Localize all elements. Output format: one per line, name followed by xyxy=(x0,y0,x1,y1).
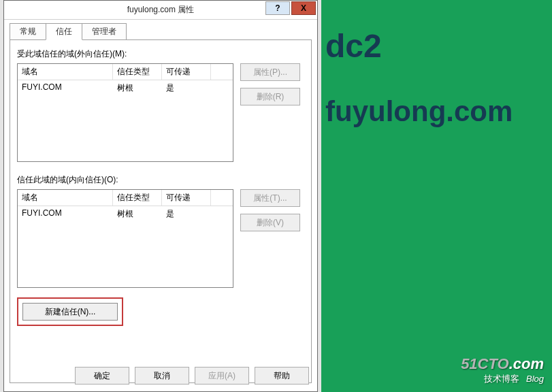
dialog-content: 常规 信任 管理者 受此域信任的域(外向信任)(M): 域名 信任类型 可传递 … xyxy=(4,20,317,391)
cell-domain-name: FUYI.COM xyxy=(18,80,113,96)
incoming-properties-button[interactable]: 属性(T)... xyxy=(240,189,300,207)
col-trust-type[interactable]: 信任类型 xyxy=(113,64,162,80)
tab-strip: 常规 信任 管理者 xyxy=(10,24,312,39)
col-trust-type[interactable]: 信任类型 xyxy=(113,190,162,206)
close-button[interactable]: X xyxy=(291,1,316,15)
list-row[interactable]: FUYI.COM 树根 是 xyxy=(18,206,233,222)
outgoing-properties-button[interactable]: 属性(P)... xyxy=(240,63,300,81)
watermark: 51CTO.com 技术博客 Blog xyxy=(461,355,544,385)
outgoing-trusts-list[interactable]: 域名 信任类型 可传递 FUYI.COM 树根 是 xyxy=(17,63,233,162)
watermark-sub: 技术博客 xyxy=(484,374,519,384)
watermark-blog: Blog xyxy=(526,374,544,384)
cell-domain-name: FUYI.COM xyxy=(18,206,113,222)
tab-panel-trust: 受此域信任的域(外向信任)(M): 域名 信任类型 可传递 FUYI.COM 树… xyxy=(10,39,312,383)
col-domain-name[interactable]: 域名 xyxy=(18,190,113,206)
tab-general[interactable]: 常规 xyxy=(10,23,46,40)
cancel-button[interactable]: 取消 xyxy=(135,367,189,385)
help-button[interactable]: ? xyxy=(265,1,290,15)
col-domain-name[interactable]: 域名 xyxy=(18,64,113,80)
ok-button[interactable]: 确定 xyxy=(75,367,129,385)
outgoing-remove-button[interactable]: 删除(R) xyxy=(240,88,300,105)
cell-trust-type: 树根 xyxy=(113,80,162,96)
titlebar: fuyulong.com 属性 ? X xyxy=(4,1,317,20)
desktop-hostname: dc2 xyxy=(325,27,382,65)
tab-managed[interactable]: 管理者 xyxy=(82,23,127,40)
domain-properties-dialog: fuyulong.com 属性 ? X 常规 信任 管理者 受此域信任的域(外向… xyxy=(3,0,318,392)
new-trust-button[interactable]: 新建信任(N)... xyxy=(22,303,118,321)
list-header: 域名 信任类型 可传递 xyxy=(18,190,233,206)
incoming-remove-button[interactable]: 删除(V) xyxy=(240,214,300,231)
cell-trust-type: 树根 xyxy=(113,206,162,222)
col-transitive[interactable]: 可传递 xyxy=(162,190,211,206)
cell-transitive: 是 xyxy=(162,206,211,222)
list-row[interactable]: FUYI.COM 树根 是 xyxy=(18,80,233,96)
desktop-domain: fuyulong.com xyxy=(325,95,513,128)
incoming-trusts-list[interactable]: 域名 信任类型 可传递 FUYI.COM 树根 是 xyxy=(17,189,233,288)
col-transitive[interactable]: 可传递 xyxy=(162,64,211,80)
watermark-brand-left: 51CTO xyxy=(461,355,509,372)
apply-button[interactable]: 应用(A) xyxy=(195,367,249,385)
cell-transitive: 是 xyxy=(162,80,211,96)
watermark-brand-right: .com xyxy=(509,355,544,372)
outgoing-trusts-label: 受此域信任的域(外向信任)(M): xyxy=(17,48,304,60)
dialog-action-buttons: 确定 取消 应用(A) 帮助 xyxy=(4,367,317,385)
help-button-bottom[interactable]: 帮助 xyxy=(255,367,309,385)
new-trust-highlight: 新建信任(N)... xyxy=(17,297,123,326)
list-header: 域名 信任类型 可传递 xyxy=(18,64,233,80)
incoming-trusts-label: 信任此域的域(内向信任)(O): xyxy=(17,174,304,186)
tab-trust[interactable]: 信任 xyxy=(46,23,82,40)
